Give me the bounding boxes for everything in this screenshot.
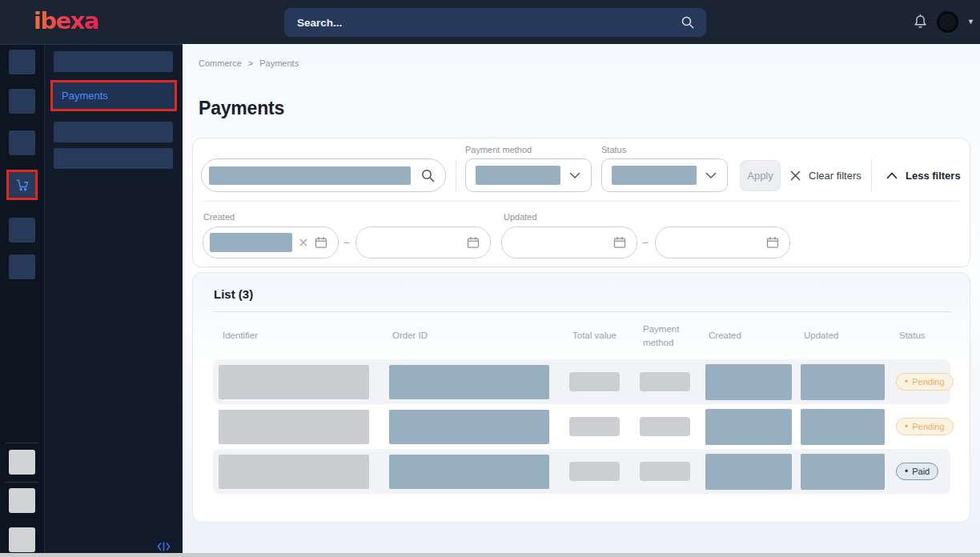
- apply-button[interactable]: Apply: [740, 160, 781, 191]
- clear-date-icon[interactable]: [299, 238, 307, 246]
- calendar-icon[interactable]: [315, 236, 327, 249]
- column-total-value: Total value: [569, 329, 640, 343]
- less-filters-button[interactable]: Less filters: [886, 160, 961, 191]
- rail-divider: [6, 443, 38, 443]
- global-search-input[interactable]: [295, 16, 681, 30]
- created-from-date-input[interactable]: [203, 226, 339, 258]
- sidenav-item-redacted-3[interactable]: [54, 148, 173, 169]
- chevron-up-icon: [886, 172, 898, 179]
- user-avatar[interactable]: [937, 11, 958, 33]
- redacted-created: [705, 364, 792, 400]
- rail-item-redacted-5[interactable]: [9, 254, 35, 279]
- redacted-updated: [801, 409, 885, 445]
- main-content: Commerce > Payments Payments Payment met…: [183, 44, 980, 557]
- updated-from-date-input[interactable]: [501, 226, 637, 258]
- rail-item-redacted-8[interactable]: [9, 527, 35, 552]
- column-updated: Updated: [801, 329, 896, 343]
- calendar-icon[interactable]: [467, 236, 480, 249]
- updated-label: Updated: [504, 212, 537, 222]
- redacted-payment-method: [640, 462, 690, 481]
- redacted-created-from-value: [210, 233, 292, 252]
- breadcrumb-payments: Payments: [259, 58, 299, 68]
- rail-item-redacted-3[interactable]: [9, 130, 35, 155]
- calendar-icon[interactable]: [613, 236, 626, 249]
- rail-item-redacted-1[interactable]: [9, 50, 35, 74]
- close-icon: [789, 170, 801, 182]
- horizontal-scrollbar[interactable]: [0, 553, 980, 557]
- collapse-sidebar-icon[interactable]: [157, 541, 171, 552]
- chevron-down-icon: [705, 172, 717, 178]
- redacted-updated: [801, 364, 885, 400]
- chevron-down-icon: [569, 172, 580, 178]
- page-title: Payments: [199, 98, 284, 119]
- date-range-separator: –: [639, 226, 652, 258]
- icon-rail: [0, 44, 44, 557]
- search-icon[interactable]: [420, 168, 436, 183]
- filter-divider: [871, 159, 872, 191]
- redacted-payment-method-value: [476, 166, 560, 185]
- table-row[interactable]: Pending: [213, 404, 950, 449]
- redacted-identifier: [219, 455, 369, 489]
- column-payment-method: Payment method: [640, 323, 705, 349]
- redacted-updated: [801, 454, 885, 490]
- highlight-box-payments: Payments: [50, 80, 177, 111]
- rail-item-redacted-7[interactable]: [9, 488, 35, 513]
- payment-method-label: Payment method: [465, 145, 532, 154]
- breadcrumb-commerce[interactable]: Commerce: [199, 58, 242, 68]
- table-row[interactable]: Paid: [213, 449, 950, 494]
- rail-item-redacted-4[interactable]: [9, 218, 35, 242]
- notifications-bell-icon[interactable]: [913, 14, 928, 30]
- breadcrumb: Commerce > Payments: [199, 58, 299, 68]
- secondary-sidenav: Payments: [44, 44, 183, 557]
- column-created: Created: [705, 329, 801, 343]
- column-order-id: Order ID: [389, 329, 569, 343]
- highlight-box-commerce: [6, 170, 38, 200]
- calendar-icon[interactable]: [766, 236, 779, 249]
- clear-filters-button[interactable]: Clear filters: [789, 160, 862, 191]
- redacted-total-value: [569, 417, 620, 436]
- sidenav-item-redacted-2[interactable]: [54, 122, 173, 142]
- payment-method-select[interactable]: [465, 158, 592, 192]
- less-filters-label: Less filters: [906, 170, 961, 182]
- redacted-order-id: [389, 365, 549, 399]
- created-label: Created: [203, 212, 235, 222]
- filter-divider: [456, 159, 456, 191]
- created-to-date-input[interactable]: [355, 226, 491, 258]
- redacted-order-id: [389, 410, 549, 444]
- search-icon[interactable]: [681, 15, 695, 30]
- rail-item-redacted-2[interactable]: [9, 89, 35, 114]
- status-badge: Paid: [896, 463, 938, 480]
- global-search[interactable]: [284, 8, 706, 37]
- rail-item-redacted-6[interactable]: [9, 450, 35, 475]
- redacted-payment-method: [640, 417, 690, 436]
- filters-panel: Payment method Status: [192, 138, 970, 267]
- updated-to-date-input[interactable]: [655, 226, 790, 258]
- redacted-identifier: [219, 365, 369, 399]
- sidenav-item-payments[interactable]: Payments: [53, 82, 175, 109]
- topbar: ibexa ▼: [0, 0, 980, 44]
- clear-filters-label: Clear filters: [809, 170, 862, 182]
- redacted-created: [705, 454, 792, 490]
- ibexa-logo[interactable]: ibexa: [34, 7, 98, 34]
- redacted-status-value: [612, 166, 697, 185]
- redacted-search-value: [209, 166, 411, 185]
- filter-search-input[interactable]: [201, 158, 446, 192]
- table-row[interactable]: Pending: [213, 359, 950, 404]
- table-header: Identifier Order ID Total value Payment …: [213, 312, 950, 359]
- filters-row-dates: Created –: [193, 202, 970, 267]
- sidenav-item-redacted-1[interactable]: [54, 51, 173, 72]
- app-window: ibexa ▼: [0, 0, 980, 557]
- payments-list-panel: List (3) Identifier Order ID Total value…: [192, 272, 970, 523]
- column-identifier: Identifier: [213, 329, 389, 343]
- rail-item-commerce[interactable]: [9, 172, 35, 198]
- rail-divider: [6, 482, 38, 483]
- redacted-total-value: [569, 372, 620, 391]
- column-status: Status: [896, 329, 950, 343]
- user-menu-chevron-down-icon[interactable]: ▼: [967, 18, 974, 26]
- status-badge: Pending: [896, 373, 954, 391]
- status-select[interactable]: [601, 158, 728, 192]
- status-label: Status: [601, 145, 626, 154]
- list-title: List (3): [214, 287, 970, 301]
- date-range-separator: –: [340, 226, 353, 258]
- status-badge: Pending: [896, 418, 954, 435]
